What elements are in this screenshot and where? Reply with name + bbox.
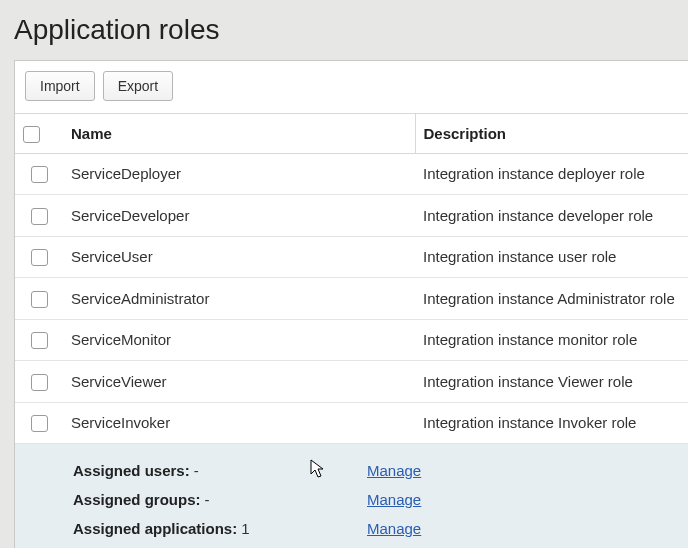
role-name: ServiceAdministrator [63,278,415,320]
row-checkbox[interactable] [31,415,48,432]
role-name: ServiceUser [63,236,415,278]
table-row[interactable]: ServiceViewerIntegration instance Viewer… [15,361,688,403]
role-description: Integration instance monitor role [415,319,688,361]
table-row[interactable]: ServiceUserIntegration instance user rol… [15,236,688,278]
manage-groups-link[interactable]: Manage [367,491,421,508]
roles-table: Name Description ServiceDeployerIntegrat… [15,113,688,444]
table-row[interactable]: ServiceDeployerIntegration instance depl… [15,153,688,195]
select-all-checkbox[interactable] [23,126,40,143]
assigned-users-label: Assigned users: [73,462,190,479]
column-header-description[interactable]: Description [415,114,688,154]
role-name: ServiceInvoker [63,402,415,444]
role-description: Integration instance Invoker role [415,402,688,444]
table-row[interactable]: ServiceDeveloperIntegration instance dev… [15,195,688,237]
assigned-groups-value: - [205,491,210,508]
toolbar: Import Export [15,61,688,113]
role-description: Integration instance user role [415,236,688,278]
table-row[interactable]: ServiceInvokerIntegration instance Invok… [15,402,688,444]
column-header-name[interactable]: Name [63,114,415,154]
assigned-users-value: - [194,462,199,479]
role-description: Integration instance developer role [415,195,688,237]
export-button[interactable]: Export [103,71,173,101]
row-checkbox[interactable] [31,166,48,183]
role-name: ServiceMonitor [63,319,415,361]
import-button[interactable]: Import [25,71,95,101]
assigned-apps-value: 1 [241,520,249,537]
table-row[interactable]: ServiceMonitorIntegration instance monit… [15,319,688,361]
row-checkbox[interactable] [31,208,48,225]
role-description: Integration instance Viewer role [415,361,688,403]
assigned-apps-label: Assigned applications: [73,520,237,537]
role-name: ServiceDeployer [63,153,415,195]
table-row[interactable]: ServiceAdministratorIntegration instance… [15,278,688,320]
role-name: ServiceDeveloper [63,195,415,237]
row-checkbox[interactable] [31,332,48,349]
role-details-panel: Assigned users: - Manage Assigned groups… [15,444,688,548]
roles-panel: Import Export Name Description ServiceDe… [14,60,688,548]
row-checkbox[interactable] [31,374,48,391]
manage-users-link[interactable]: Manage [367,462,421,479]
assigned-groups-label: Assigned groups: [73,491,201,508]
role-description: Integration instance deployer role [415,153,688,195]
row-checkbox[interactable] [31,291,48,308]
page-title: Application roles [14,14,688,46]
manage-apps-link[interactable]: Manage [367,520,421,537]
row-checkbox[interactable] [31,249,48,266]
role-name: ServiceViewer [63,361,415,403]
role-description: Integration instance Administrator role [415,278,688,320]
